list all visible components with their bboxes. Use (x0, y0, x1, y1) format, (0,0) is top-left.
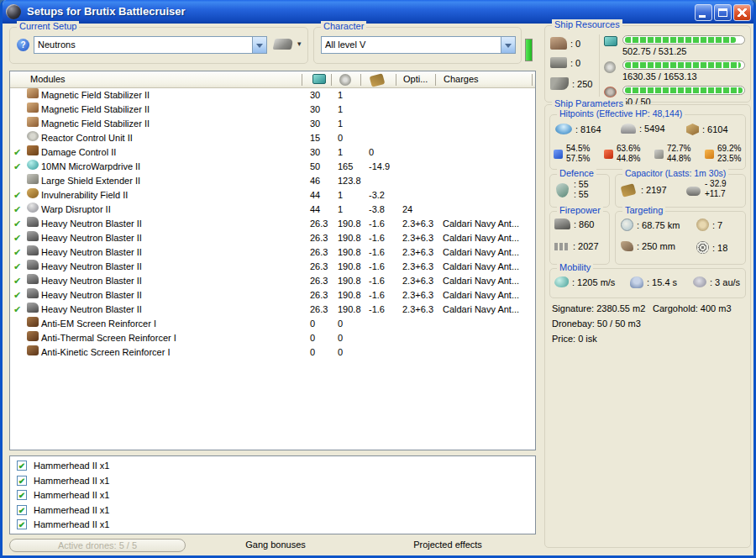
turret-dps-icon (554, 218, 570, 229)
minimize-button[interactable] (695, 4, 712, 21)
drone-name: Hammerhead II x1 (34, 459, 109, 473)
module-cap-use: -1.6 (369, 217, 385, 231)
scan-resolution-cell: : 250 mm (621, 241, 675, 251)
module-cap-use: -1.6 (369, 288, 385, 303)
resist-values: 54.5%57.5% (566, 144, 590, 164)
cpu-bar (622, 35, 745, 45)
targeting-range-cell: : 68.75 km (621, 218, 680, 231)
projected-effects-button[interactable]: Projected effects (385, 540, 511, 550)
setup-combobox-arrow[interactable] (252, 37, 266, 53)
module-powergrid: 1 (338, 188, 343, 203)
module-row[interactable]: Anti-Thermal Screen Reinforcer I00 (10, 331, 535, 345)
help-icon[interactable] (17, 39, 29, 51)
drone-checkbox[interactable]: ✔ (17, 490, 27, 500)
module-row[interactable]: Magnetic Field Stabilizer II301 (10, 103, 535, 117)
character-combobox[interactable]: All level V (321, 36, 516, 54)
module-row[interactable]: Magnetic Field Stabilizer II301 (10, 88, 535, 103)
module-row[interactable]: ✔Heavy Neutron Blaster II26.3190.8-1.62.… (10, 231, 535, 245)
module-row[interactable]: ✔Damage Control II3010 (10, 145, 535, 160)
module-name: Warp Disruptor II (41, 203, 111, 217)
module-powergrid: 190.8 (338, 288, 361, 303)
charges-column-header[interactable]: Charges (444, 74, 479, 84)
setup-combobox[interactable]: Neutrons (34, 36, 267, 54)
optimal-column-header[interactable]: Opti... (403, 74, 428, 84)
thermal-resist-icon (604, 150, 613, 159)
drone-checkbox[interactable]: ✔ (17, 519, 27, 529)
ship-menu-caret-icon[interactable]: ▾ (297, 39, 302, 48)
module-cap-use: -3.8 (369, 203, 385, 217)
active-checkmark-icon: ✔ (13, 188, 21, 203)
drone-row[interactable]: ✔Hammerhead II x1 (10, 488, 535, 503)
module-cap-use: -3.2 (369, 188, 385, 203)
cpu-column-icon[interactable] (312, 74, 326, 84)
module-cpu: 26.3 (310, 260, 328, 274)
blaster-icon (27, 217, 39, 227)
module-row[interactable]: ✔Warp Disruptor II441-3.824 (10, 203, 535, 217)
module-name: Magnetic Field Stabilizer II (41, 88, 150, 103)
module-row[interactable]: ✔10MN MicroWarpdrive II50165-14.9 (10, 160, 535, 174)
drone-row[interactable]: ✔Hammerhead II x1 (10, 474, 535, 489)
armor-hp-cell: : 5494 (621, 124, 665, 134)
character-combobox-arrow[interactable] (501, 37, 515, 53)
powergrid-column-icon[interactable] (339, 74, 351, 86)
blaster-icon (27, 245, 39, 255)
drone-row[interactable]: ✔Hammerhead II x1 (10, 459, 535, 474)
module-powergrid: 165 (338, 160, 353, 174)
module-cpu: 44 (310, 188, 320, 203)
capacitor-column-icon[interactable] (370, 73, 386, 87)
active-drones-button[interactable]: Active drones: 5 / 5 (9, 539, 186, 552)
module-name: Anti-Kinetic Screen Reinforcer I (41, 345, 170, 360)
cargohold-stat: Cargohold: 400 m3 (653, 303, 732, 313)
module-row[interactable]: ✔Heavy Neutron Blaster II26.3190.8-1.62.… (10, 303, 535, 317)
module-row[interactable]: ✔Heavy Neutron Blaster II26.3190.8-1.62.… (10, 217, 535, 231)
drone-checkbox[interactable]: ✔ (17, 505, 27, 515)
module-row[interactable]: Large Shield Extender II46123.8 (10, 174, 535, 188)
module-row[interactable]: ✔Invulnerability Field II441-3.2 (10, 188, 535, 203)
close-button[interactable] (733, 4, 751, 21)
module-charge: Caldari Navy Ant... (443, 288, 519, 303)
module-name: Anti-Thermal Screen Reinforcer I (41, 331, 176, 345)
cpu-bar-text: 502.75 / 531.25 (622, 46, 686, 56)
drone-name: Hammerhead II x1 (34, 488, 109, 503)
module-powergrid: 1 (338, 88, 343, 103)
module-cpu: 0 (310, 331, 315, 345)
module-row[interactable]: Anti-Kinetic Screen Reinforcer I00 (10, 345, 535, 360)
drone-name: Hammerhead II x1 (34, 503, 109, 518)
drone-row[interactable]: ✔Hammerhead II x1 (10, 503, 535, 519)
module-powergrid: 190.8 (338, 260, 361, 274)
module-row[interactable]: ✔Heavy Neutron Blaster II26.3190.8-1.62.… (10, 288, 535, 303)
module-row[interactable]: ✔Heavy Neutron Blaster II26.3190.8-1.62.… (10, 274, 535, 288)
module-cpu: 26.3 (310, 231, 328, 245)
module-row[interactable]: ✔Heavy Neutron Blaster II26.3190.8-1.62.… (10, 245, 535, 260)
slot-value: : 250 (572, 79, 592, 89)
mobility-value: : 1205 m/s (572, 277, 615, 287)
volley-cell: : 2027 (554, 241, 599, 251)
character-combobox-value: All level V (325, 39, 365, 50)
module-row[interactable]: Reactor Control Unit II150 (10, 131, 535, 145)
drone-checkbox[interactable]: ✔ (17, 461, 27, 471)
module-cap-use: -14.9 (369, 160, 390, 174)
calibration-icon (550, 77, 569, 90)
modules-list[interactable]: Modules Opti... Charges Magnetic Field S… (9, 71, 536, 450)
module-powergrid: 0 (338, 345, 343, 360)
drone-checkbox[interactable]: ✔ (17, 476, 27, 486)
capacitor-recharge-icon (686, 187, 701, 196)
drone-name: Hammerhead II x1 (34, 474, 109, 488)
modules-header[interactable]: Modules Opti... Charges (10, 71, 535, 88)
modules-column-header[interactable]: Modules (30, 74, 66, 84)
module-cap-use: -1.6 (369, 303, 385, 317)
maximize-button[interactable] (714, 4, 732, 21)
drones-list[interactable]: ✔Hammerhead II x1✔Hammerhead II x1✔Hamme… (9, 455, 536, 534)
defence-label: Defence (557, 168, 596, 178)
title-bar[interactable]: Setups for Brutix Battlecruiser (0, 0, 756, 24)
gang-bonuses-button[interactable]: Gang bonuses (217, 540, 334, 550)
resist-values: 72.7%44.8% (667, 144, 690, 164)
ship-menu-icon[interactable] (273, 39, 294, 50)
module-powergrid: 1 (338, 145, 343, 160)
drone-bandwidth-bar (622, 86, 745, 95)
module-cpu: 26.3 (310, 245, 328, 260)
module-row[interactable]: Anti-EM Screen Reinforcer I00 (10, 317, 535, 331)
module-row[interactable]: ✔Heavy Neutron Blaster II26.3190.8-1.62.… (10, 260, 535, 274)
module-row[interactable]: Magnetic Field Stabilizer II301 (10, 117, 535, 131)
drone-row[interactable]: ✔Hammerhead II x1 (10, 518, 535, 533)
